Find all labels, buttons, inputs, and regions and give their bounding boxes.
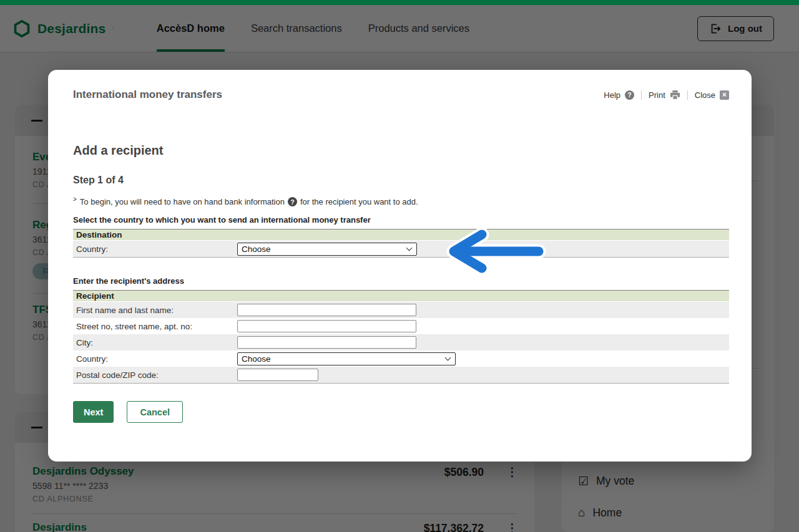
- modal-utilities: Help ? Print Close ×: [604, 90, 729, 100]
- page-title: Add a recipient: [73, 143, 729, 158]
- form-row-name: First name and last name:: [73, 302, 729, 318]
- step-indicator: Step 1 of 4: [73, 175, 729, 186]
- divider: [641, 90, 642, 100]
- divider: [687, 90, 688, 100]
- print-icon: [670, 90, 680, 100]
- help-button[interactable]: Help ?: [604, 90, 634, 100]
- intro-text: > To begin, you will need to have on han…: [73, 197, 729, 206]
- recipient-country-select[interactable]: Choose: [237, 352, 456, 365]
- form-row-destination-country: Country: Choose: [73, 241, 729, 257]
- form-row-country: Country: Choose: [73, 351, 729, 367]
- form-row-street: Street no, street name, apt. no:: [73, 318, 729, 334]
- next-button[interactable]: Next: [73, 401, 114, 423]
- cancel-button[interactable]: Cancel: [127, 401, 183, 423]
- international-transfers-modal: International money transfers Help ? Pri…: [48, 70, 752, 462]
- top-accent-bar: [0, 0, 799, 5]
- form-row-postal-code: Postal code/ZIP code:: [73, 367, 729, 383]
- recipient-table: Recipient First name and last name: Stre…: [73, 290, 729, 384]
- section-label-recipient: Enter the recipient's address: [73, 276, 729, 286]
- help-icon: ?: [625, 90, 634, 100]
- postal-code-input[interactable]: [237, 369, 318, 381]
- info-icon[interactable]: ?: [288, 197, 297, 206]
- section-label-destination: Select the country to which you want to …: [73, 215, 729, 225]
- close-button[interactable]: Close ×: [695, 90, 729, 100]
- city-input[interactable]: [237, 336, 416, 349]
- name-input[interactable]: [237, 304, 416, 316]
- chevron-down-icon: [445, 355, 451, 361]
- destination-country-select[interactable]: Choose: [237, 243, 417, 256]
- chevron-down-icon: [406, 245, 413, 251]
- destination-table: Destination Country: Choose: [73, 229, 729, 258]
- modal-title: International money transfers: [73, 89, 222, 101]
- street-input[interactable]: [237, 320, 416, 332]
- table-header-recipient: Recipient: [73, 291, 729, 302]
- close-icon: ×: [720, 90, 729, 100]
- print-button[interactable]: Print: [649, 90, 680, 100]
- table-header-destination: Destination: [73, 230, 729, 241]
- form-row-city: City:: [73, 334, 729, 351]
- page: Desjardins· AccèsD home Search transacti…: [0, 0, 799, 532]
